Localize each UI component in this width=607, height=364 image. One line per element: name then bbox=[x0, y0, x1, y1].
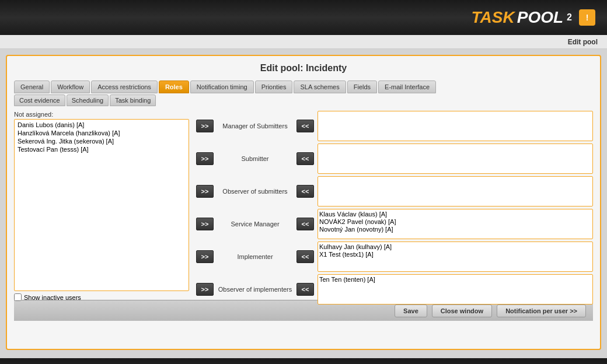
role-user-option[interactable]: Klaus Václav (klaus) [A] bbox=[319, 211, 591, 218]
tab-notification_timing[interactable]: Notification timing bbox=[190, 80, 254, 93]
role-label-4: Implementer bbox=[217, 253, 293, 260]
roles-right-panel: >>Manager of Submitters<<>>Submitter<<>>… bbox=[196, 111, 593, 298]
role-users-list-2[interactable] bbox=[318, 176, 593, 206]
remove-from-role-btn-4[interactable]: << bbox=[296, 250, 314, 263]
main-content: Edit pool: Incidenty GeneralWorkflowAcce… bbox=[0, 49, 607, 358]
unassigned-user-option[interactable]: Danis Lubos (danis) [A] bbox=[16, 121, 187, 129]
role-user-option[interactable]: NOVÁK2 Pavel (novak) [A] bbox=[319, 218, 591, 226]
add-to-role-btn-5[interactable]: >> bbox=[196, 283, 214, 296]
notification-icon[interactable]: ! bbox=[579, 9, 595, 26]
left-panel: Not assigned: Danis Lubos (danis) [A]Han… bbox=[14, 111, 189, 298]
role-user-option[interactable]: Kulhavy Jan (kulhavy) [A] bbox=[319, 243, 591, 251]
logo: TASKPOOL2 bbox=[472, 8, 572, 27]
role-label-2: Observer of submitters bbox=[217, 188, 293, 195]
role-row: >>Service Manager<<Klaus Václav (klaus) … bbox=[196, 209, 593, 239]
show-inactive-checkbox[interactable] bbox=[14, 293, 22, 301]
role-users-list-4[interactable]: Kulhavy Jan (kulhavy) [A]X1 Test (testx1… bbox=[318, 242, 593, 272]
edit-pool-label: Edit pool bbox=[568, 38, 598, 46]
tab-fields[interactable]: Fields bbox=[347, 80, 377, 93]
role-users-list-3[interactable]: Klaus Václav (klaus) [A]NOVÁK2 Pavel (no… bbox=[318, 209, 593, 239]
top-header: TASKPOOL2 ! bbox=[0, 0, 607, 35]
add-to-role-btn-0[interactable]: >> bbox=[196, 120, 214, 132]
tab-email[interactable]: E-mail Interface bbox=[378, 80, 436, 93]
close-window-button[interactable]: Close window bbox=[432, 304, 492, 317]
unassigned-users-list[interactable]: Danis Lubos (danis) [A]Hanzlíková Marcel… bbox=[14, 119, 189, 291]
notification-per-user-button[interactable]: Notification per user >> bbox=[497, 304, 586, 317]
tab2-0[interactable]: Cost evidence bbox=[14, 94, 65, 106]
tab-general[interactable]: General bbox=[14, 80, 50, 93]
role-row: >>Submitter<< bbox=[196, 144, 593, 174]
role-users-list-5[interactable]: Ten Ten (tenten) [A] bbox=[318, 274, 593, 304]
edit-pool-bar: Edit pool bbox=[0, 35, 607, 49]
role-row: >>Observer of submitters<< bbox=[196, 176, 593, 206]
role-row: >>Manager of Submitters<< bbox=[196, 111, 593, 141]
add-to-role-btn-2[interactable]: >> bbox=[196, 185, 214, 198]
show-inactive-container: Show inactive users bbox=[14, 293, 189, 301]
save-button[interactable]: Save bbox=[395, 304, 427, 317]
unassigned-user-option[interactable]: Sekerová Ing. Jitka (sekerova) [A] bbox=[16, 137, 187, 145]
tab-workflow[interactable]: Workflow bbox=[51, 80, 90, 93]
inner-panel: Edit pool: Incidenty GeneralWorkflowAcce… bbox=[6, 55, 601, 350]
role-label-0: Manager of Submitters bbox=[217, 123, 293, 130]
logo-pool: POOL bbox=[517, 8, 563, 27]
tab-priorities[interactable]: Prionties bbox=[255, 80, 293, 93]
roles-content: Not assigned: Danis Lubos (danis) [A]Han… bbox=[14, 111, 593, 298]
role-label-3: Service Manager bbox=[217, 220, 293, 228]
role-row: >>Observer of implementers<<Ten Ten (ten… bbox=[196, 274, 593, 304]
unassigned-user-option[interactable]: Hanzlíková Marcela (hanzlikova) [A] bbox=[16, 129, 187, 137]
tab2-1[interactable]: Scheduling bbox=[67, 94, 109, 106]
tab-sla[interactable]: SLA schemes bbox=[294, 80, 346, 93]
logo-task: TASK bbox=[472, 8, 515, 27]
role-user-option[interactable]: Novotný Jan (novotny) [A] bbox=[319, 226, 591, 233]
role-label-5: Observer of implementers bbox=[217, 286, 293, 293]
add-to-role-btn-1[interactable]: >> bbox=[196, 152, 214, 165]
role-users-list-1[interactable] bbox=[318, 144, 593, 174]
logo-sup: 2 bbox=[567, 12, 572, 23]
show-inactive-label: Show inactive users bbox=[24, 294, 81, 301]
tabs-row-1: GeneralWorkflowAccess restrictionsRolesN… bbox=[14, 80, 593, 93]
role-users-list-0[interactable] bbox=[318, 111, 593, 141]
tabs-row-2: Cost evidenceSchedulingTask binding bbox=[14, 94, 593, 106]
tab2-2[interactable]: Task binding bbox=[110, 94, 156, 106]
remove-from-role-btn-3[interactable]: << bbox=[296, 218, 314, 230]
role-label-1: Submitter bbox=[217, 155, 293, 162]
add-to-role-btn-4[interactable]: >> bbox=[196, 250, 214, 263]
unassigned-user-option[interactable]: Testovací Pan (tesss) [A] bbox=[16, 145, 187, 153]
remove-from-role-btn-0[interactable]: << bbox=[296, 120, 314, 132]
tab-roles[interactable]: Roles bbox=[159, 80, 189, 93]
remove-from-role-btn-2[interactable]: << bbox=[296, 185, 314, 198]
tab-access[interactable]: Access restrictions bbox=[91, 80, 158, 93]
role-user-option[interactable]: X1 Test (testx1) [A] bbox=[319, 251, 591, 258]
add-to-role-btn-3[interactable]: >> bbox=[196, 218, 214, 230]
page-title: Edit pool: Incidenty bbox=[14, 63, 593, 74]
not-assigned-label: Not assigned: bbox=[14, 111, 189, 118]
remove-from-role-btn-1[interactable]: << bbox=[296, 152, 314, 165]
role-user-option[interactable]: Ten Ten (tenten) [A] bbox=[319, 276, 591, 284]
remove-from-role-btn-5[interactable]: << bbox=[296, 283, 314, 296]
role-row: >>Implementer<<Kulhavy Jan (kulhavy) [A]… bbox=[196, 242, 593, 272]
footer: TASKPOOL2 TaskPool 4.1.12462 build 19081… bbox=[0, 358, 607, 364]
